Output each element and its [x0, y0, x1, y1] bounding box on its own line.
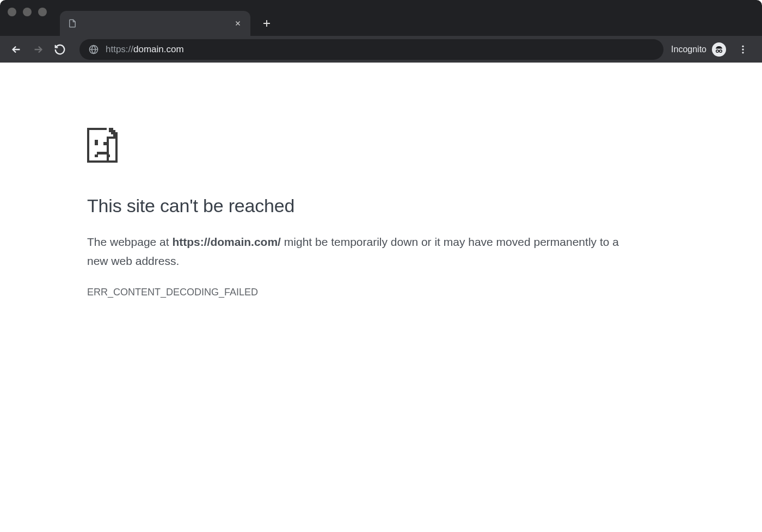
svg-point-2: [720, 50, 722, 52]
address-bar[interactable]: https://domain.com: [79, 39, 663, 60]
svg-rect-12: [111, 130, 115, 132]
svg-rect-14: [115, 134, 118, 137]
svg-rect-22: [95, 154, 98, 157]
svg-rect-17: [111, 132, 113, 134]
toolbar-right-controls: Incognito: [671, 40, 755, 59]
error-title: This site can't be reached: [87, 195, 675, 216]
incognito-indicator[interactable]: Incognito: [671, 42, 726, 57]
tab-list: [60, 0, 762, 36]
address-bar-container: https://domain.com: [79, 39, 663, 60]
svg-rect-13: [113, 132, 118, 134]
window-minimize-button[interactable]: [23, 8, 32, 16]
url-protocol: https://: [106, 44, 133, 54]
window-controls: [8, 0, 47, 36]
svg-rect-10: [107, 128, 109, 130]
site-info-icon[interactable]: [88, 44, 99, 55]
nav-reload-button[interactable]: [50, 40, 70, 59]
svg-point-4: [742, 48, 743, 50]
svg-rect-20: [103, 142, 107, 145]
svg-point-5: [742, 52, 743, 53]
browser-tab[interactable]: [60, 11, 250, 36]
tab-close-button[interactable]: [233, 18, 243, 28]
svg-rect-16: [109, 130, 111, 132]
address-url: https://domain.com: [106, 44, 184, 55]
window-maximize-button[interactable]: [38, 8, 47, 16]
svg-rect-23: [107, 154, 110, 157]
browser-menu-button[interactable]: [734, 40, 752, 59]
error-code: ERR_CONTENT_DECODING_FAILED: [87, 287, 675, 298]
incognito-label: Incognito: [671, 45, 706, 54]
browser-tabstrip: [0, 0, 762, 36]
page-content: This site can't be reached The webpage a…: [0, 63, 762, 532]
browser-toolbar: https://domain.com Incognito: [0, 36, 762, 63]
svg-point-3: [742, 45, 743, 47]
error-body-url: https://domain.com/: [172, 236, 281, 248]
svg-rect-19: [95, 140, 98, 145]
svg-rect-18: [113, 134, 115, 137]
error-page-icon: [87, 128, 675, 165]
nav-forward-button[interactable]: [28, 40, 48, 59]
window-close-button[interactable]: [8, 8, 16, 16]
error-description: The webpage at https://domain.com/ might…: [87, 233, 631, 270]
svg-rect-11: [109, 128, 113, 130]
svg-rect-21: [97, 152, 108, 154]
svg-point-1: [716, 50, 719, 52]
incognito-icon: [712, 42, 726, 57]
new-tab-button[interactable]: [256, 13, 278, 34]
nav-back-button[interactable]: [7, 40, 26, 59]
page-favicon-icon: [67, 18, 77, 28]
error-body-prefix: The webpage at: [87, 236, 172, 248]
url-host: domain.com: [133, 44, 184, 54]
